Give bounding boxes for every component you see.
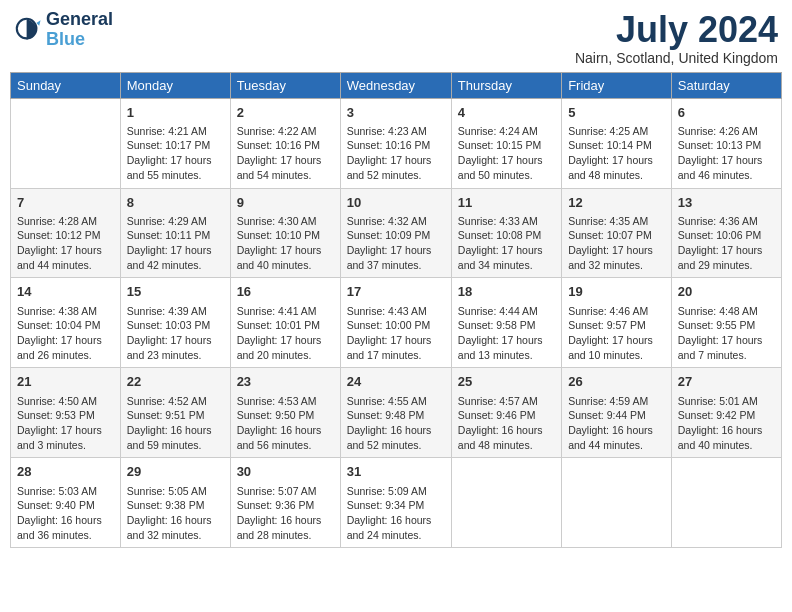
day-number: 22 [127,373,224,391]
month-title: July 2024 [575,10,778,50]
day-info: Sunrise: 4:38 AM Sunset: 10:04 PM Daylig… [17,304,114,363]
calendar-cell: 23Sunrise: 4:53 AM Sunset: 9:50 PM Dayli… [230,368,340,458]
day-header-saturday: Saturday [671,72,781,98]
logo-text: General Blue [46,10,113,50]
day-number: 29 [127,463,224,481]
day-number: 20 [678,283,775,301]
day-number: 26 [568,373,665,391]
day-info: Sunrise: 5:05 AM Sunset: 9:38 PM Dayligh… [127,484,224,543]
day-info: Sunrise: 4:39 AM Sunset: 10:03 PM Daylig… [127,304,224,363]
calendar-cell: 4Sunrise: 4:24 AM Sunset: 10:15 PM Dayli… [451,98,561,188]
calendar-cell: 9Sunrise: 4:30 AM Sunset: 10:10 PM Dayli… [230,188,340,278]
day-number: 30 [237,463,334,481]
day-number: 18 [458,283,555,301]
day-number: 14 [17,283,114,301]
day-header-thursday: Thursday [451,72,561,98]
day-info: Sunrise: 4:25 AM Sunset: 10:14 PM Daylig… [568,124,665,183]
page-header: General Blue July 2024 Nairn, Scotland, … [10,10,782,66]
calendar-cell [11,98,121,188]
day-number: 7 [17,194,114,212]
day-number: 4 [458,104,555,122]
calendar-cell: 1Sunrise: 4:21 AM Sunset: 10:17 PM Dayli… [120,98,230,188]
calendar-cell: 8Sunrise: 4:29 AM Sunset: 10:11 PM Dayli… [120,188,230,278]
calendar-cell: 15Sunrise: 4:39 AM Sunset: 10:03 PM Dayl… [120,278,230,368]
day-number: 31 [347,463,445,481]
day-number: 12 [568,194,665,212]
logo: General Blue [14,10,113,50]
calendar-cell [451,458,561,548]
day-info: Sunrise: 4:43 AM Sunset: 10:00 PM Daylig… [347,304,445,363]
day-info: Sunrise: 4:53 AM Sunset: 9:50 PM Dayligh… [237,394,334,453]
day-number: 10 [347,194,445,212]
day-info: Sunrise: 4:26 AM Sunset: 10:13 PM Daylig… [678,124,775,183]
day-number: 24 [347,373,445,391]
day-info: Sunrise: 4:55 AM Sunset: 9:48 PM Dayligh… [347,394,445,453]
day-header-friday: Friday [562,72,672,98]
header-row: SundayMondayTuesdayWednesdayThursdayFrid… [11,72,782,98]
day-number: 1 [127,104,224,122]
calendar-cell: 11Sunrise: 4:33 AM Sunset: 10:08 PM Dayl… [451,188,561,278]
day-number: 15 [127,283,224,301]
day-number: 2 [237,104,334,122]
calendar-cell: 25Sunrise: 4:57 AM Sunset: 9:46 PM Dayli… [451,368,561,458]
week-row-5: 28Sunrise: 5:03 AM Sunset: 9:40 PM Dayli… [11,458,782,548]
calendar-cell: 13Sunrise: 4:36 AM Sunset: 10:06 PM Dayl… [671,188,781,278]
calendar-cell [671,458,781,548]
day-number: 19 [568,283,665,301]
day-number: 11 [458,194,555,212]
location: Nairn, Scotland, United Kingdom [575,50,778,66]
day-info: Sunrise: 4:35 AM Sunset: 10:07 PM Daylig… [568,214,665,273]
calendar-cell [562,458,672,548]
day-info: Sunrise: 5:09 AM Sunset: 9:34 PM Dayligh… [347,484,445,543]
day-info: Sunrise: 4:50 AM Sunset: 9:53 PM Dayligh… [17,394,114,453]
calendar-cell: 18Sunrise: 4:44 AM Sunset: 9:58 PM Dayli… [451,278,561,368]
day-info: Sunrise: 4:36 AM Sunset: 10:06 PM Daylig… [678,214,775,273]
day-header-sunday: Sunday [11,72,121,98]
day-info: Sunrise: 4:57 AM Sunset: 9:46 PM Dayligh… [458,394,555,453]
calendar-cell: 2Sunrise: 4:22 AM Sunset: 10:16 PM Dayli… [230,98,340,188]
calendar-cell: 28Sunrise: 5:03 AM Sunset: 9:40 PM Dayli… [11,458,121,548]
day-number: 13 [678,194,775,212]
day-info: Sunrise: 4:22 AM Sunset: 10:16 PM Daylig… [237,124,334,183]
day-number: 8 [127,194,224,212]
day-info: Sunrise: 4:59 AM Sunset: 9:44 PM Dayligh… [568,394,665,453]
day-number: 5 [568,104,665,122]
day-info: Sunrise: 4:46 AM Sunset: 9:57 PM Dayligh… [568,304,665,363]
day-info: Sunrise: 4:21 AM Sunset: 10:17 PM Daylig… [127,124,224,183]
day-number: 27 [678,373,775,391]
day-number: 3 [347,104,445,122]
day-info: Sunrise: 4:24 AM Sunset: 10:15 PM Daylig… [458,124,555,183]
day-info: Sunrise: 4:33 AM Sunset: 10:08 PM Daylig… [458,214,555,273]
calendar-cell: 29Sunrise: 5:05 AM Sunset: 9:38 PM Dayli… [120,458,230,548]
day-number: 23 [237,373,334,391]
calendar-cell: 14Sunrise: 4:38 AM Sunset: 10:04 PM Dayl… [11,278,121,368]
week-row-1: 1Sunrise: 4:21 AM Sunset: 10:17 PM Dayli… [11,98,782,188]
day-info: Sunrise: 4:52 AM Sunset: 9:51 PM Dayligh… [127,394,224,453]
day-info: Sunrise: 5:07 AM Sunset: 9:36 PM Dayligh… [237,484,334,543]
calendar-cell: 30Sunrise: 5:07 AM Sunset: 9:36 PM Dayli… [230,458,340,548]
day-info: Sunrise: 4:23 AM Sunset: 10:16 PM Daylig… [347,124,445,183]
day-number: 28 [17,463,114,481]
day-header-monday: Monday [120,72,230,98]
calendar-cell: 27Sunrise: 5:01 AM Sunset: 9:42 PM Dayli… [671,368,781,458]
calendar-cell: 6Sunrise: 4:26 AM Sunset: 10:13 PM Dayli… [671,98,781,188]
day-number: 17 [347,283,445,301]
day-info: Sunrise: 4:29 AM Sunset: 10:11 PM Daylig… [127,214,224,273]
day-info: Sunrise: 4:44 AM Sunset: 9:58 PM Dayligh… [458,304,555,363]
day-info: Sunrise: 4:41 AM Sunset: 10:01 PM Daylig… [237,304,334,363]
week-row-2: 7Sunrise: 4:28 AM Sunset: 10:12 PM Dayli… [11,188,782,278]
calendar-cell: 17Sunrise: 4:43 AM Sunset: 10:00 PM Dayl… [340,278,451,368]
calendar-cell: 10Sunrise: 4:32 AM Sunset: 10:09 PM Dayl… [340,188,451,278]
day-info: Sunrise: 5:03 AM Sunset: 9:40 PM Dayligh… [17,484,114,543]
day-number: 21 [17,373,114,391]
day-info: Sunrise: 4:48 AM Sunset: 9:55 PM Dayligh… [678,304,775,363]
calendar-cell: 3Sunrise: 4:23 AM Sunset: 10:16 PM Dayli… [340,98,451,188]
calendar-cell: 24Sunrise: 4:55 AM Sunset: 9:48 PM Dayli… [340,368,451,458]
logo-icon [14,16,42,44]
calendar-cell: 5Sunrise: 4:25 AM Sunset: 10:14 PM Dayli… [562,98,672,188]
calendar-cell: 21Sunrise: 4:50 AM Sunset: 9:53 PM Dayli… [11,368,121,458]
week-row-4: 21Sunrise: 4:50 AM Sunset: 9:53 PM Dayli… [11,368,782,458]
calendar-cell: 19Sunrise: 4:46 AM Sunset: 9:57 PM Dayli… [562,278,672,368]
title-block: July 2024 Nairn, Scotland, United Kingdo… [575,10,778,66]
calendar-cell: 12Sunrise: 4:35 AM Sunset: 10:07 PM Dayl… [562,188,672,278]
